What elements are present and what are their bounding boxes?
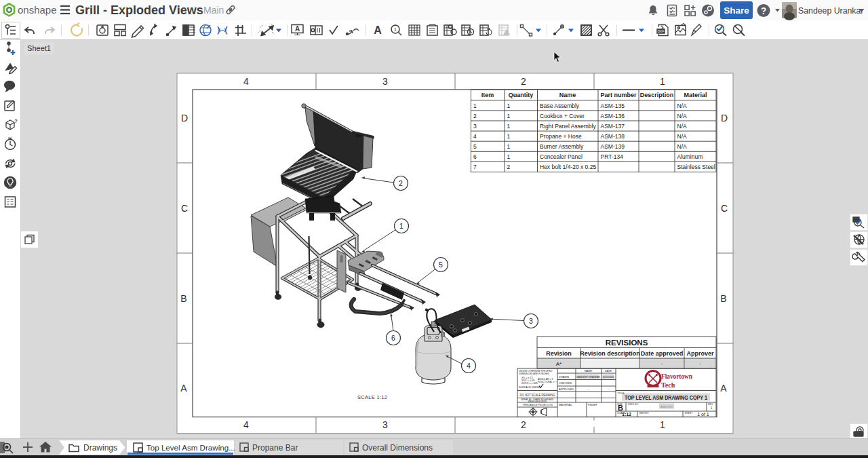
svg-text:1: 1 xyxy=(507,102,511,109)
svg-text:3: 3 xyxy=(382,76,388,87)
svg-text:1:12: 1:12 xyxy=(622,412,631,417)
svg-text:1: 1 xyxy=(399,222,403,230)
svg-text:1: 1 xyxy=(507,123,511,130)
svg-text:6: 6 xyxy=(391,334,395,342)
svg-text:DWG NO: DWG NO xyxy=(628,403,638,406)
svg-text:Item: Item xyxy=(481,92,494,98)
svg-text:Part number: Part number xyxy=(600,92,637,98)
svg-text:?: ? xyxy=(14,118,18,124)
svg-text:Grill - Exploded Views: Grill - Exploded Views xyxy=(75,3,203,17)
svg-text:2: 2 xyxy=(521,419,526,430)
svg-text:APPROVED: APPROVED xyxy=(559,387,574,391)
svg-text:THIRD ANGLE PROJECTION: THIRD ANGLE PROJECTION xyxy=(523,404,553,406)
svg-text:Material: Material xyxy=(684,92,707,98)
svg-text:4: 4 xyxy=(467,362,471,370)
svg-text:FUNCTIONAL ± ½: FUNCTIONAL ± ½ xyxy=(538,381,557,383)
svg-text:Right Panel Assembly: Right Panel Assembly xyxy=(540,123,596,130)
svg-text:2: 2 xyxy=(507,164,511,170)
svg-text:B: B xyxy=(720,293,726,304)
svg-text:Base Assembly: Base Assembly xyxy=(540,102,580,109)
svg-text:DATE: DATE xyxy=(605,369,612,373)
svg-text:Cookbox + Cover: Cookbox + Cover xyxy=(540,113,585,119)
svg-text:REVISIONS: REVISIONS xyxy=(606,339,648,347)
svg-text:2: 2 xyxy=(399,179,403,187)
svg-text:10/15/2020: 10/15/2020 xyxy=(602,376,614,379)
svg-text:Aluminum: Aluminum xyxy=(677,153,703,160)
svg-text:-: - xyxy=(699,360,701,366)
svg-text:Description: Description xyxy=(640,92,674,98)
svg-text:N/A: N/A xyxy=(677,143,688,150)
svg-text:Hex bolt 1/4-20 x 0.25: Hex bolt 1/4-20 x 0.25 xyxy=(540,164,596,170)
svg-text:.XXXX = ±.005: .XXXX = ±.005 xyxy=(521,382,538,385)
svg-text:N/A: N/A xyxy=(677,123,688,130)
svg-text:1: 1 xyxy=(507,143,511,150)
svg-text:ASM-136: ASM-136 xyxy=(601,113,625,119)
svg-text:1: 1 xyxy=(660,419,665,430)
svg-text:A: A xyxy=(720,383,727,394)
svg-text:4: 4 xyxy=(473,133,477,140)
svg-text:TOP LEVEL ASM DRAWING COPY 1: TOP LEVEL ASM DRAWING COPY 1 xyxy=(625,394,707,401)
svg-text:TITLE: TITLE xyxy=(618,392,625,395)
svg-text:Share: Share xyxy=(724,5,749,16)
svg-text:7: 7 xyxy=(473,164,477,170)
svg-text:?: ? xyxy=(761,5,767,16)
svg-text:Tech: Tech xyxy=(661,381,675,389)
svg-text:D: D xyxy=(181,113,188,123)
svg-text:D: D xyxy=(721,113,728,123)
svg-text:1: 1 xyxy=(660,76,665,87)
svg-text:A: A xyxy=(374,24,382,36)
svg-text:Overall Dimensions: Overall Dimensions xyxy=(362,443,433,453)
svg-text:Date approved: Date approved xyxy=(641,350,684,357)
svg-text:SANDEEP URANKAR: SANDEEP URANKAR xyxy=(576,376,600,379)
svg-text:REV: REV xyxy=(708,403,713,406)
svg-text:C: C xyxy=(721,203,728,214)
svg-text:B: B xyxy=(618,404,623,412)
svg-text:DRAWN: DRAWN xyxy=(559,375,569,379)
svg-text:4: 4 xyxy=(243,419,249,430)
svg-text:Quantity: Quantity xyxy=(509,92,534,98)
svg-text:DXF: DXF xyxy=(658,29,665,33)
svg-text:Approver: Approver xyxy=(686,350,714,357)
svg-text:Burner Assembly: Burner Assembly xyxy=(540,143,584,150)
svg-text:B: B xyxy=(180,293,186,304)
svg-text:Top Level Asm Drawing...: Top Level Asm Drawing... xyxy=(146,443,235,452)
svg-text:DIMENSIONS ARE IN INCHES: DIMENSIONS ARE IN INCHES xyxy=(519,373,549,375)
svg-text:Propane Bar: Propane Bar xyxy=(252,443,298,453)
svg-text:4: 4 xyxy=(243,76,249,87)
svg-text:C: C xyxy=(181,203,188,214)
svg-text:A*: A* xyxy=(556,361,561,367)
svg-text:2: 2 xyxy=(521,76,526,87)
svg-text:Sandeep Urankar: Sandeep Urankar xyxy=(798,6,863,16)
svg-text:REMOVE BURRS: REMOVE BURRS xyxy=(528,400,547,403)
svg-text:A: A xyxy=(180,383,187,394)
svg-text:6: 6 xyxy=(473,153,477,160)
svg-text:MATERIAL: MATERIAL xyxy=(559,403,572,406)
svg-text:1: 1 xyxy=(507,113,511,119)
svg-text:3: 3 xyxy=(529,317,533,325)
svg-text:3: 3 xyxy=(473,123,477,130)
svg-text:ASM-XXX: ASM-XXX xyxy=(660,405,673,408)
svg-text:1: 1 xyxy=(394,27,397,32)
svg-text:-: - xyxy=(661,360,663,366)
svg-text:1: 1 xyxy=(507,133,511,140)
svg-text:5: 5 xyxy=(473,143,477,150)
svg-text:WEIGHT: WEIGHT xyxy=(639,412,650,415)
svg-text:Revision: Revision xyxy=(546,350,572,357)
svg-text:NAME: NAME xyxy=(585,369,593,373)
svg-text:DO NOT SCALE DRAWING: DO NOT SCALE DRAWING xyxy=(520,393,555,397)
svg-text:SCALE 1:12: SCALE 1:12 xyxy=(357,394,387,400)
svg-text:Concealer Panel: Concealer Panel xyxy=(540,153,583,160)
svg-text:ASM-137: ASM-137 xyxy=(601,123,625,130)
svg-text:Name: Name xyxy=(559,92,576,98)
svg-text:ASM-138: ASM-138 xyxy=(601,133,625,140)
svg-text:ASM-139: ASM-139 xyxy=(601,143,625,150)
svg-text:onshape: onshape xyxy=(18,4,57,16)
svg-text:2: 2 xyxy=(473,113,477,119)
svg-text:Stainless Steel: Stainless Steel xyxy=(677,164,715,170)
svg-text:Flavortown: Flavortown xyxy=(661,372,692,380)
svg-text:CHECKED: CHECKED xyxy=(559,381,572,385)
svg-text:ASM-135: ASM-135 xyxy=(601,102,625,109)
svg-text:5: 5 xyxy=(439,261,443,269)
svg-text:1: 1 xyxy=(507,153,511,160)
svg-text:FINISH: FINISH xyxy=(588,403,597,406)
